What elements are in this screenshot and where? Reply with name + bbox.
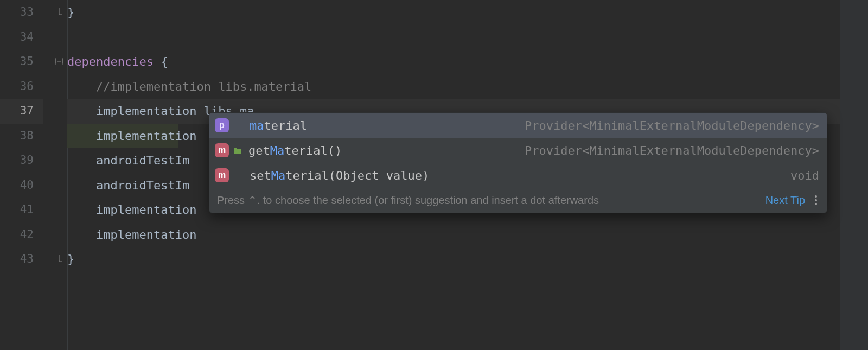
line-number: 37 bbox=[0, 99, 43, 124]
line-number: 33 bbox=[0, 0, 43, 25]
line-number: 43 bbox=[0, 247, 43, 272]
code-token: } bbox=[67, 5, 74, 19]
line-number: 40 bbox=[0, 173, 43, 198]
code-line[interactable]: } bbox=[67, 247, 840, 272]
line-number-gutter: 3334353637383940414243 bbox=[0, 0, 43, 350]
code-token: implementation bbox=[96, 203, 196, 217]
line-number: 41 bbox=[0, 198, 43, 222]
line-number: 39 bbox=[0, 148, 43, 173]
code-line[interactable] bbox=[67, 25, 840, 50]
code-token: implementation bbox=[96, 129, 196, 143]
completion-hint-bar: Press ⌃. to choose the selected (or firs… bbox=[209, 188, 827, 213]
more-options-icon[interactable] bbox=[813, 193, 819, 207]
code-token: //implementation libs.material bbox=[96, 80, 311, 93]
completion-type: void bbox=[790, 169, 819, 182]
line-number: 35 bbox=[0, 49, 43, 74]
next-tip-link[interactable]: Next Tip bbox=[765, 194, 805, 207]
line-number: 38 bbox=[0, 124, 43, 149]
code-token: { bbox=[154, 55, 168, 68]
code-line[interactable]: implementation bbox=[67, 222, 840, 247]
completion-hint-text: Press ⌃. to choose the selected (or firs… bbox=[217, 194, 599, 207]
property-kind-icon: p bbox=[215, 118, 229, 132]
completion-type: Provider<MinimalExternalModuleDependency… bbox=[525, 144, 819, 157]
completion-name: material bbox=[250, 119, 307, 132]
code-line[interactable]: dependencies { bbox=[67, 49, 840, 74]
code-token: androidTestIm bbox=[96, 179, 189, 192]
completion-item[interactable]: msetMaterial(Object value)void bbox=[209, 163, 827, 188]
code-line[interactable]: //implementation libs.material bbox=[67, 74, 840, 99]
code-token: androidTestIm bbox=[96, 154, 189, 167]
line-number: 36 bbox=[0, 74, 43, 99]
completion-name: getMaterial() bbox=[248, 144, 342, 157]
code-line[interactable]: } bbox=[67, 0, 840, 25]
code-token: implementation bbox=[96, 228, 196, 241]
completion-item[interactable]: mgetMaterial()Provider<MinimalExternalMo… bbox=[209, 138, 827, 163]
method-kind-icon: m bbox=[215, 168, 229, 182]
completion-type: Provider<MinimalExternalModuleDependency… bbox=[525, 119, 819, 132]
line-number: 42 bbox=[0, 222, 43, 247]
line-number: 34 bbox=[0, 25, 43, 50]
completion-item[interactable]: pmaterialProvider<MinimalExternalModuleD… bbox=[209, 113, 827, 138]
method-kind-icon: m bbox=[215, 143, 229, 157]
right-scrollbar-marker-area[interactable] bbox=[840, 0, 868, 350]
package-icon bbox=[233, 147, 243, 154]
code-token: } bbox=[67, 252, 74, 266]
code-token: dependencies bbox=[67, 55, 154, 68]
code-completion-popup[interactable]: pmaterialProvider<MinimalExternalModuleD… bbox=[209, 112, 827, 213]
completion-name: setMaterial(Object value) bbox=[250, 169, 429, 182]
